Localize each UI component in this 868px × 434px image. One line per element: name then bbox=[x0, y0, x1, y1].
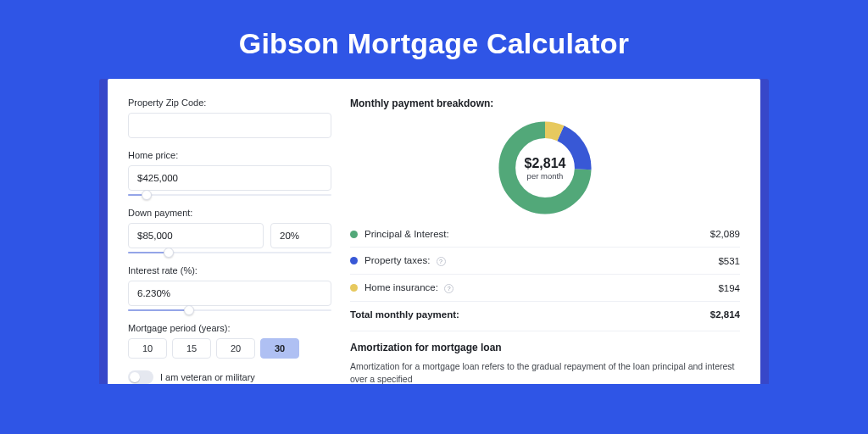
donut-sub: per month bbox=[527, 171, 564, 181]
breakdown-row-amount: $531 bbox=[718, 256, 740, 266]
info-icon[interactable]: ? bbox=[444, 284, 453, 293]
donut-center: $2,814 per month bbox=[495, 118, 595, 218]
breakdown-row-amount: $2,089 bbox=[710, 229, 740, 239]
breakdown-row-label: Principal & Interest: bbox=[364, 229, 710, 239]
breakdown-title: Monthly payment breakdown: bbox=[350, 97, 740, 109]
down-payment-input[interactable] bbox=[128, 223, 264, 248]
home-price-label: Home price: bbox=[128, 150, 331, 160]
interest-rate-label: Interest rate (%): bbox=[128, 265, 331, 275]
page-root: Gibson Mortgage Calculator Property Zip … bbox=[0, 0, 868, 434]
amortization-section: Amortization for mortgage loan Amortizat… bbox=[350, 331, 740, 384]
period-block: Mortgage period (years): 10 15 20 30 bbox=[128, 323, 331, 359]
amortization-title: Amortization for mortgage loan bbox=[350, 342, 740, 353]
dot-icon bbox=[350, 231, 358, 238]
veteran-label: I am veteran or military bbox=[160, 372, 255, 382]
breakdown-list: Principal & Interest: $2,089 Property ta… bbox=[350, 221, 740, 327]
amortization-body: Amortization for a mortgage loan refers … bbox=[350, 360, 740, 384]
info-icon[interactable]: ? bbox=[437, 257, 446, 266]
down-payment-block: Down payment: bbox=[128, 208, 331, 253]
dot-icon bbox=[350, 257, 358, 264]
donut-amount: $2,814 bbox=[525, 156, 566, 171]
home-price-slider[interactable] bbox=[128, 194, 331, 196]
donut-wrap: $2,814 per month bbox=[350, 118, 740, 218]
breakdown-row-tax: Property taxes: ? $531 bbox=[350, 247, 740, 274]
veteran-row: I am veteran or military bbox=[128, 370, 331, 384]
breakdown-row-total: Total monthly payment: $2,814 bbox=[350, 301, 740, 327]
breakdown-total-amount: $2,814 bbox=[710, 309, 740, 320]
breakdown-row-amount: $194 bbox=[718, 283, 740, 293]
dot-icon bbox=[350, 284, 358, 292]
veteran-toggle-knob bbox=[130, 372, 140, 382]
page-title: Gibson Mortgage Calculator bbox=[239, 27, 629, 60]
period-option-20[interactable]: 20 bbox=[216, 338, 255, 359]
interest-rate-block: Interest rate (%): bbox=[128, 265, 331, 311]
zip-block: Property Zip Code: bbox=[128, 97, 331, 138]
down-payment-slider-thumb[interactable] bbox=[164, 248, 174, 258]
breakdown-row-label-text: Property taxes: bbox=[364, 255, 430, 265]
down-payment-slider[interactable] bbox=[128, 252, 331, 253]
home-price-block: Home price: bbox=[128, 150, 331, 196]
period-option-15[interactable]: 15 bbox=[172, 338, 211, 359]
breakdown-row-label: Home insurance: ? bbox=[364, 282, 718, 293]
form-panel: Property Zip Code: Home price: Down paym… bbox=[128, 97, 331, 384]
interest-rate-input[interactable] bbox=[128, 281, 331, 306]
period-options: 10 15 20 30 bbox=[128, 338, 331, 359]
summary-panel: Monthly payment breakdown: $2,814 p bbox=[350, 97, 740, 384]
period-label: Mortgage period (years): bbox=[128, 323, 331, 333]
home-price-input[interactable] bbox=[128, 165, 331, 191]
down-payment-slider-fill bbox=[128, 252, 169, 253]
period-option-10[interactable]: 10 bbox=[128, 338, 167, 359]
zip-label: Property Zip Code: bbox=[128, 97, 331, 108]
down-payment-pct-input[interactable] bbox=[270, 223, 331, 248]
period-option-30[interactable]: 30 bbox=[260, 338, 299, 359]
zip-input[interactable] bbox=[128, 113, 331, 138]
breakdown-row-pi: Principal & Interest: $2,089 bbox=[350, 221, 740, 247]
breakdown-donut: $2,814 per month bbox=[495, 118, 595, 218]
veteran-toggle[interactable] bbox=[128, 370, 153, 384]
down-payment-label: Down payment: bbox=[128, 208, 331, 218]
interest-rate-slider-fill bbox=[128, 309, 189, 311]
breakdown-row-label: Property taxes: ? bbox=[364, 255, 718, 266]
calculator-card: Property Zip Code: Home price: Down paym… bbox=[108, 79, 760, 384]
interest-rate-slider-thumb[interactable] bbox=[184, 305, 194, 315]
breakdown-row-ins: Home insurance: ? $194 bbox=[350, 274, 740, 301]
interest-rate-slider[interactable] bbox=[128, 309, 331, 311]
home-price-slider-thumb[interactable] bbox=[142, 190, 152, 200]
card-shadow: Property Zip Code: Home price: Down paym… bbox=[99, 79, 769, 384]
breakdown-row-label-text: Home insurance: bbox=[364, 282, 438, 292]
breakdown-total-label: Total monthly payment: bbox=[350, 309, 710, 320]
